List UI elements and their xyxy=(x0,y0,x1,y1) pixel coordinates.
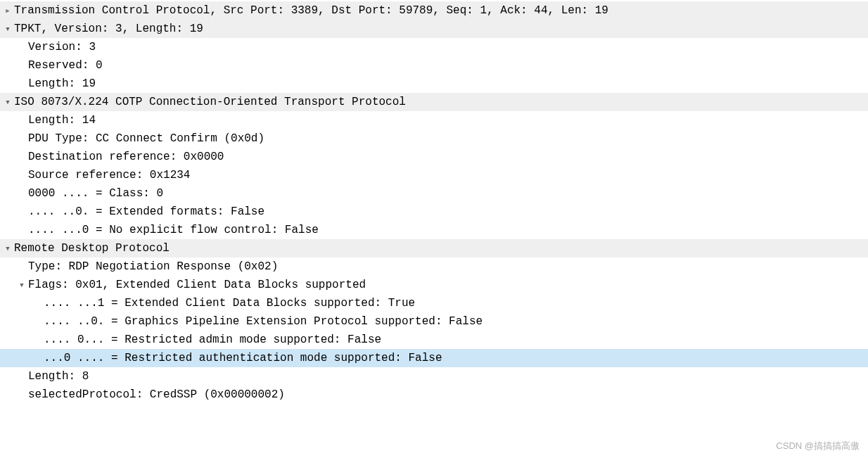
expand-icon[interactable] xyxy=(3,8,13,15)
collapse-icon[interactable] xyxy=(17,282,27,289)
rdp-flag-gfx: .... ..0. = Graphics Pipeline Extension … xyxy=(44,312,483,331)
tpkt-version-row[interactable]: Version: 3 xyxy=(0,38,868,56)
rdp-length-row[interactable]: Length: 8 xyxy=(0,367,868,386)
cotp-length: Length: 14 xyxy=(28,111,96,129)
cotp-summary: ISO 8073/X.224 COTP Connection-Oriented … xyxy=(14,93,406,111)
rdp-length: Length: 8 xyxy=(28,367,89,386)
cotp-src-ref: Source reference: 0x1234 xyxy=(28,166,190,184)
cotp-no-flow: .... ...0 = No explicit flow control: Fa… xyxy=(28,221,319,239)
cotp-ext-formats-row[interactable]: .... ..0. = Extended formats: False xyxy=(0,203,868,221)
rdp-flag-gfx-row[interactable]: .... ..0. = Graphics Pipeline Extension … xyxy=(0,312,868,331)
rdp-flag-restricted-admin-row[interactable]: .... 0... = Restricted admin mode suppor… xyxy=(0,331,868,349)
rdp-flag-ext-client-row[interactable]: .... ...1 = Extended Client Data Blocks … xyxy=(0,294,868,312)
cotp-no-flow-row[interactable]: .... ...0 = No explicit flow control: Fa… xyxy=(0,221,868,239)
tpkt-summary: TPKT, Version: 3, Length: 19 xyxy=(14,20,203,38)
rdp-type: Type: RDP Negotiation Response (0x02) xyxy=(28,257,278,276)
rdp-summary: Remote Desktop Protocol xyxy=(14,239,170,257)
rdp-flags-summary: Flags: 0x01, Extended Client Data Blocks… xyxy=(28,276,366,294)
collapse-icon[interactable] xyxy=(3,99,13,106)
tpkt-version: Version: 3 xyxy=(28,38,96,56)
tcp-summary-row[interactable]: Transmission Control Protocol, Src Port:… xyxy=(0,1,868,20)
cotp-summary-row[interactable]: ISO 8073/X.224 COTP Connection-Oriented … xyxy=(0,93,868,111)
rdp-selected-protocol-row[interactable]: selectedProtocol: CredSSP (0x00000002) xyxy=(0,386,868,404)
cotp-pdu-type: PDU Type: CC Connect Confirm (0x0d) xyxy=(28,129,264,148)
tpkt-reserved-row[interactable]: Reserved: 0 xyxy=(0,56,868,75)
cotp-length-row[interactable]: Length: 14 xyxy=(0,111,868,129)
collapse-icon[interactable] xyxy=(3,246,13,253)
rdp-summary-row[interactable]: Remote Desktop Protocol xyxy=(0,239,868,257)
tpkt-summary-row[interactable]: TPKT, Version: 3, Length: 19 xyxy=(0,20,868,38)
rdp-flag-restricted-auth: ...0 .... = Restricted authentication mo… xyxy=(44,349,442,367)
tpkt-reserved: Reserved: 0 xyxy=(28,56,103,75)
rdp-flag-ext-client: .... ...1 = Extended Client Data Blocks … xyxy=(44,294,415,312)
collapse-icon[interactable] xyxy=(3,26,13,33)
cotp-class: 0000 .... = Class: 0 xyxy=(28,184,163,203)
rdp-flags-row[interactable]: Flags: 0x01, Extended Client Data Blocks… xyxy=(0,276,868,294)
cotp-class-row[interactable]: 0000 .... = Class: 0 xyxy=(0,184,868,203)
cotp-ext-formats: .... ..0. = Extended formats: False xyxy=(28,203,264,221)
cotp-pdu-type-row[interactable]: PDU Type: CC Connect Confirm (0x0d) xyxy=(0,129,868,148)
rdp-flag-restricted-admin: .... 0... = Restricted admin mode suppor… xyxy=(44,331,381,349)
rdp-flag-restricted-auth-row[interactable]: ...0 .... = Restricted authentication mo… xyxy=(0,349,868,367)
rdp-type-row[interactable]: Type: RDP Negotiation Response (0x02) xyxy=(0,257,868,276)
tpkt-length-row[interactable]: Length: 19 xyxy=(0,75,868,93)
cotp-src-ref-row[interactable]: Source reference: 0x1234 xyxy=(0,166,868,184)
rdp-selected-protocol: selectedProtocol: CredSSP (0x00000002) xyxy=(28,386,285,404)
tpkt-length: Length: 19 xyxy=(28,75,96,93)
cotp-dst-ref-row[interactable]: Destination reference: 0x0000 xyxy=(0,148,868,166)
cotp-dst-ref: Destination reference: 0x0000 xyxy=(28,148,224,166)
tcp-summary: Transmission Control Protocol, Src Port:… xyxy=(14,1,608,20)
